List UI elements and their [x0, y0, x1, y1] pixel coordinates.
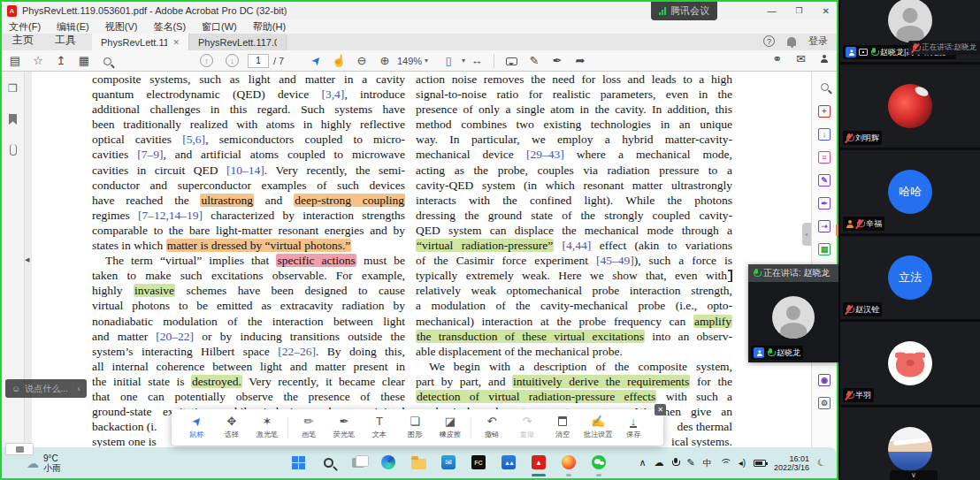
login-button[interactable]: 登录: [808, 34, 828, 48]
annotation-tool-text[interactable]: T文本: [362, 415, 397, 440]
zoom-out-icon[interactable]: ⊖: [350, 54, 373, 67]
annotation-tool-trash[interactable]: 清空: [545, 415, 580, 440]
scan-ocr-icon[interactable]: ▤: [818, 243, 831, 255]
organize-pages-icon[interactable]: ≡: [818, 151, 831, 164]
weather-widget[interactable]: ☁ 9°C 小雨: [27, 453, 61, 473]
participant-tile[interactable]: 赵晓龙|高等研究院…正在讲话:赵晓龙: [840, 0, 980, 62]
annotation-toolbar-close-icon[interactable]: ✕: [655, 404, 666, 415]
menu-item[interactable]: 视图(V): [105, 20, 138, 34]
zoom-caret-icon[interactable]: ▾: [425, 57, 428, 65]
menu-item[interactable]: 签名(S): [153, 20, 186, 34]
annotation-tool-select[interactable]: ✥选择: [214, 415, 249, 440]
previous-page-icon[interactable]: ↑: [200, 54, 213, 67]
volume-icon[interactable]: ◂): [739, 458, 746, 468]
fill-sign-icon[interactable]: ✒: [546, 54, 569, 67]
taskbar-docs-icon[interactable]: ▲▲: [497, 451, 520, 474]
fit-width-icon[interactable]: ↔: [465, 54, 488, 67]
collapse-left-icon[interactable]: ◀: [25, 256, 29, 263]
annotation-tool-highlighter[interactable]: ✒荧光笔: [326, 415, 362, 440]
zoom-in-icon[interactable]: ⊕: [373, 54, 396, 67]
restore-button[interactable]: ❐: [796, 6, 803, 15]
minimize-button[interactable]: —: [768, 6, 777, 16]
onedrive-cloud-icon[interactable]: ☁: [655, 457, 664, 469]
participant-tile[interactable]: [840, 408, 980, 480]
taskbar-task-view-icon[interactable]: [347, 451, 370, 474]
annotation-tool-settings[interactable]: ✍批注设置: [580, 415, 616, 440]
print-icon[interactable]: ▦: [73, 54, 96, 67]
bookmarks-icon[interactable]: [9, 114, 17, 125]
page-number-input[interactable]: [248, 54, 269, 68]
find-icon[interactable]: [96, 54, 119, 67]
page-thumbnails-icon[interactable]: ❐: [8, 82, 18, 95]
meeting-chat-pill[interactable]: ☺ 说点什么... ‹: [5, 379, 87, 398]
notification-bell-icon[interactable]: [787, 37, 796, 46]
participant-tile[interactable]: 哈哈辛福: [840, 150, 980, 233]
taskbar-search-icon[interactable]: [317, 451, 340, 474]
battery-icon[interactable]: [754, 460, 766, 467]
annotation-tool-laser[interactable]: ✶激光笔: [249, 415, 285, 440]
annotation-tool-undo[interactable]: ↶撤销: [474, 415, 509, 440]
create-pdf-icon[interactable]: +: [818, 105, 831, 118]
panel-handle[interactable]: ‹: [802, 223, 811, 246]
annotation-tool-redo[interactable]: ↷重做: [509, 415, 545, 440]
export-pdf-icon[interactable]: ↓: [818, 128, 831, 141]
annotation-tool-save[interactable]: ↓保存: [616, 415, 651, 440]
collapse-chat-icon[interactable]: ‹: [78, 384, 80, 393]
search-tools-icon[interactable]: [821, 79, 829, 95]
taskbar-edge-icon[interactable]: [377, 451, 400, 474]
taskbar-firefox-icon[interactable]: [557, 451, 580, 474]
tray-mic-icon[interactable]: [672, 458, 679, 468]
hand-tool-icon[interactable]: ☝: [327, 54, 350, 67]
close-tab-icon[interactable]: ✕: [172, 38, 180, 47]
tab-tools[interactable]: 工具: [44, 31, 87, 50]
taskbar-fc-icon[interactable]: FC: [467, 451, 490, 474]
participant-tile[interactable]: 立法赵汉铨: [840, 236, 980, 319]
save-icon[interactable]: ▤: [4, 54, 27, 67]
input-method-indicator[interactable]: 中: [703, 457, 712, 469]
attachments-icon[interactable]: [10, 144, 17, 156]
zoom-level[interactable]: 149%: [396, 56, 423, 66]
fill-sign-icon[interactable]: ✒: [818, 197, 831, 210]
link-icon[interactable]: ⚭: [772, 52, 782, 65]
annotation-tool-shape[interactable]: ❏图形: [397, 415, 433, 440]
send-file-icon[interactable]: ➦: [569, 54, 592, 67]
share-person-icon[interactable]: [820, 52, 828, 65]
email-icon[interactable]: ✉: [796, 52, 806, 65]
annotation-tool-eraser[interactable]: ◪橡皮擦: [433, 415, 468, 440]
speaker-panel[interactable]: 正在讲话: 赵晓龙 赵晓龙: [748, 264, 838, 362]
highlight-pen-icon[interactable]: ✎: [523, 54, 546, 67]
menu-item[interactable]: 窗口(W): [202, 20, 237, 34]
meeting-app-badge[interactable]: 腾讯会议: [651, 2, 717, 20]
clock[interactable]: 16:01 2022/3/16: [774, 454, 809, 472]
tray-expand-icon[interactable]: ∧: [639, 457, 646, 469]
taskbar-mail-icon[interactable]: ✉: [437, 451, 460, 474]
more-tools-icon[interactable]: ⚙: [818, 397, 831, 409]
next-page-icon[interactable]: ↓: [226, 54, 239, 67]
taskbar-acrobat-icon[interactable]: ▲: [527, 451, 550, 474]
doc-tab-inactive[interactable]: PhysRevLett.117.04...: [189, 34, 287, 50]
menu-item[interactable]: 帮助(H): [253, 20, 286, 34]
taskbar-wechat-icon[interactable]: [587, 451, 610, 474]
edit-pdf-icon[interactable]: ✎: [818, 174, 831, 187]
emoji-icon[interactable]: ☺: [11, 384, 20, 393]
taskbar-start-icon[interactable]: [287, 451, 310, 474]
select-tool-icon[interactable]: ➤: [304, 54, 327, 67]
participant-tile[interactable]: 刘明辉: [840, 65, 980, 148]
help-icon[interactable]: ?: [763, 35, 775, 47]
send-for-comments-icon[interactable]: ➝: [818, 220, 831, 232]
comment-icon[interactable]: [500, 54, 523, 67]
annotation-tool-brush[interactable]: ✏画笔: [291, 415, 326, 440]
participant-tile[interactable]: 半羽: [840, 322, 980, 405]
show-more-participants-button[interactable]: ∨: [890, 470, 938, 480]
taskbar-explorer-icon[interactable]: [407, 451, 430, 474]
annotation-tool-cursor[interactable]: ➤鼠标: [179, 415, 214, 440]
star-icon[interactable]: ☆: [27, 54, 50, 67]
share-upload-icon[interactable]: ↥: [50, 54, 73, 67]
wifi-icon[interactable]: [720, 459, 731, 467]
tab-home[interactable]: 主页: [2, 31, 44, 50]
fit-page-icon[interactable]: ▯: [437, 54, 460, 67]
stamp-icon[interactable]: ◉: [818, 374, 831, 386]
doc-tab-active[interactable]: PhysRevLett.119.05... ✕: [92, 34, 189, 50]
close-button[interactable]: ✕: [823, 6, 830, 16]
chat-placeholder[interactable]: 说点什么...: [25, 383, 67, 395]
